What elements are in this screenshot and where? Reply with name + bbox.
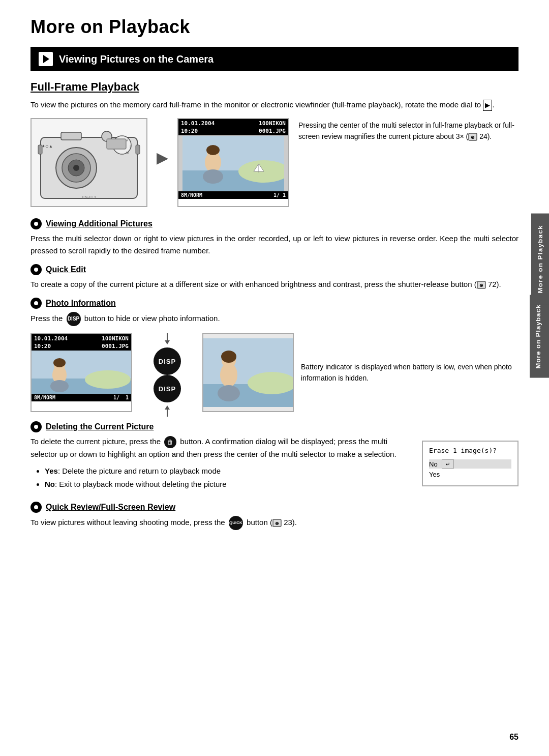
bullet-yes: Yes: Delete the picture and return to pl… [45, 464, 407, 478]
svg-point-36 [50, 380, 69, 392]
svg-point-48 [221, 351, 236, 363]
quick-edit-label: Quick Edit [46, 265, 86, 274]
photo-info-icon [30, 298, 42, 309]
viewing-additional-body: Press the multi selector down or right t… [30, 232, 518, 257]
quick-edit-body: To create a copy of the current picture … [30, 278, 518, 290]
arrow-down-bottom [155, 404, 180, 417]
svg-marker-39 [165, 340, 170, 344]
photo-info-header: Photo Information [30, 298, 518, 309]
svg-point-23 [203, 169, 223, 184]
figure-caption: Pressing the center of the multi selecto… [298, 118, 518, 142]
quick-edit-header: Quick Edit [30, 264, 518, 275]
photo-info-section: Photo Information Press the DISP button … [30, 298, 518, 326]
svg-rect-17 [107, 139, 126, 149]
page-container: More on Playback More on Playback Viewin… [0, 0, 549, 756]
delete-body: To delete the current picture, press the… [30, 435, 407, 460]
svg-point-37 [53, 358, 66, 367]
quick-review-label: Quick Review/Full-Screen Review [46, 503, 175, 512]
quick-edit-section: Quick Edit To create a copy of the curre… [30, 264, 518, 290]
disp-top-group: DISP [154, 333, 181, 375]
viewing-icon [30, 218, 42, 229]
full-frame-section: Full-Frame Playback To view the pictures… [30, 80, 518, 111]
dialog-title: Erase 1 image(s)? [429, 447, 511, 454]
quick-review-section: Quick Review/Full-Screen Review To view … [30, 502, 518, 530]
disp-button-bottom: DISP [154, 375, 181, 402]
svg-rect-11 [38, 145, 42, 154]
viewing-additional-label: Viewing Additional Pictures [46, 219, 152, 228]
svg-text:⊛: ⊛ [471, 135, 475, 140]
svg-text:✦⊙▲: ✦⊙▲ [42, 144, 53, 149]
photo-info-label: Photo Information [46, 299, 116, 308]
disp-bottom-group: DISP [154, 375, 181, 417]
quick-review-header: Quick Review/Full-Screen Review [30, 502, 518, 513]
quick-edit-icon [30, 264, 42, 275]
figure-arrow: ▶ [157, 118, 168, 166]
full-frame-title: Full-Frame Playback [30, 80, 518, 94]
dialog-box: Erase 1 image(s)? No ↵ Yes [422, 441, 518, 486]
full-frame-body: To view the pictures on the memory card … [30, 99, 518, 111]
deleting-header: Deleting the Current Picture [30, 421, 518, 432]
disp-inline-button: DISP [67, 312, 81, 326]
disp-screen-bottom: 8M/NORM1/ 1 [32, 394, 131, 401]
svg-rect-5 [61, 132, 81, 140]
play-icon [39, 52, 53, 66]
bullet-list: Yes: Delete the picture and return to pl… [36, 464, 407, 490]
side-tab: More on Playback [530, 295, 549, 378]
svg-point-26 [206, 145, 220, 155]
section-header: Viewing Pictures on the Camera [30, 47, 518, 71]
screen-photo [178, 135, 288, 191]
photo-info-body: Press the DISP button to hide or view ph… [30, 312, 518, 326]
svg-text:EN-EL3: EN-EL3 [82, 195, 97, 199]
section-header-label: Viewing Pictures on the Camera [59, 53, 214, 65]
dialog-yes-label: Yes [429, 471, 440, 478]
quick-review-icon [30, 502, 42, 513]
disp-diagram: 10.01.2004100NIKON 10:200001.JPG 8M/NORM… [30, 333, 518, 412]
dialog-no-label: No [429, 460, 438, 468]
trash-icon: 🗑 [164, 436, 176, 448]
disp-center: DISP DISP [139, 333, 195, 412]
side-tab-bar: More on Playback [531, 214, 549, 305]
viewing-additional-header: Viewing Additional Pictures [30, 218, 518, 229]
svg-marker-41 [165, 405, 170, 410]
dialog-no-box: ↵ [442, 459, 454, 469]
page-title: More on Playback [30, 16, 518, 38]
deleting-label: Deleting the Current Picture [46, 422, 154, 431]
mode-dial-symbol: ▶ [483, 100, 492, 111]
viewing-additional-section: Viewing Additional Pictures Press the mu… [30, 218, 518, 257]
svg-point-33 [85, 370, 131, 389]
screen-top-bar2: 10:20 0001.JPG [178, 128, 288, 135]
delete-text: To delete the current picture, press the… [30, 435, 407, 495]
svg-rect-12 [136, 145, 140, 154]
dialog-option-no: No ↵ [429, 459, 511, 469]
screen-image: 10.01.2004 100NIKON 10:20 0001.JPG [177, 118, 289, 207]
disp-screen-photo [32, 351, 131, 394]
page-number: 65 [509, 733, 518, 742]
disp-caption: Battery indicator is displayed when batt… [301, 362, 518, 384]
screen-bottom-bar: 8M/NORM 1/ 1 [178, 191, 288, 199]
dialog-option-yes: Yes [429, 471, 511, 478]
svg-point-47 [218, 385, 240, 401]
svg-text:⊛: ⊛ [479, 283, 483, 288]
disp-left-screen: 10.01.2004100NIKON 10:200001.JPG 8M/NORM… [30, 333, 132, 412]
arrow-down-top [155, 333, 180, 345]
bullet-no: No: Exit to playback mode without deleti… [45, 478, 407, 491]
figure-row: ▶ ✦⊙▲ EN-EL3 P A S M ▶ [30, 118, 518, 207]
deleting-section: Deleting the Current Picture To delete t… [30, 421, 518, 495]
disp-button-top: DISP [154, 347, 181, 375]
svg-text:⊛: ⊛ [275, 521, 279, 526]
svg-text:M: M [126, 151, 129, 154]
svg-text:S: S [130, 145, 132, 148]
screen-top-bar: 10.01.2004 100NIKON [178, 119, 288, 128]
quick-inline-button: QUICK [229, 516, 243, 530]
quick-review-body: To view pictures without leaving shootin… [30, 516, 518, 530]
delete-row: To delete the current picture, press the… [30, 435, 518, 495]
disp-screen-top2: 10:200001.JPG [32, 343, 131, 351]
deleting-icon [30, 421, 42, 432]
svg-point-4 [73, 165, 79, 171]
svg-text:A: A [126, 139, 128, 142]
disp-right-screen [202, 333, 294, 412]
disp-screen-top: 10.01.2004100NIKON [32, 334, 131, 343]
camera-image: ▶ ✦⊙▲ EN-EL3 P A S M [30, 118, 147, 207]
